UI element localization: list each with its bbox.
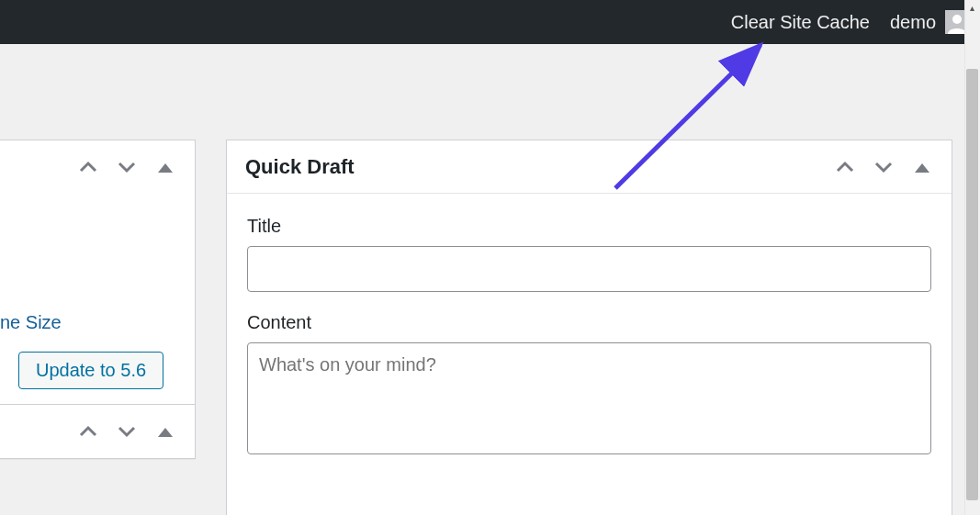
content-label: Content (247, 312, 931, 333)
toggle-panel-icon[interactable] (154, 156, 176, 178)
panel-title: Quick Draft (245, 155, 355, 179)
move-down-icon[interactable] (116, 156, 138, 178)
left-widget-body: ne Size Update to 5.6 (0, 193, 196, 409)
move-up-icon[interactable] (834, 156, 856, 178)
left-widget-header-1 (0, 140, 196, 195)
title-label: Title (247, 216, 931, 237)
scroll-thumb[interactable] (966, 69, 978, 500)
username-label: demo (890, 12, 936, 33)
toggle-panel-icon[interactable] (911, 156, 933, 178)
move-down-icon[interactable] (873, 156, 895, 178)
move-down-icon[interactable] (116, 420, 138, 442)
toggle-panel-icon[interactable] (154, 420, 176, 442)
svg-point-1 (952, 15, 962, 24)
content-textarea[interactable] (247, 342, 931, 454)
left-widget-header-2 (0, 404, 196, 459)
clear-cache-link[interactable]: Clear Site Cache (731, 12, 870, 33)
scroll-up-icon[interactable]: ▴ (964, 0, 980, 16)
quick-draft-panel: Quick Draft Title Content (226, 140, 952, 515)
move-up-icon[interactable] (77, 420, 99, 442)
update-button[interactable]: Update to 5.6 (18, 352, 163, 389)
cache-size-link-fragment[interactable]: ne Size (0, 193, 176, 352)
vertical-scrollbar[interactable]: ▴ (964, 0, 980, 515)
move-up-icon[interactable] (77, 156, 99, 178)
admin-bar: Clear Site Cache demo (0, 0, 980, 44)
title-input[interactable] (247, 246, 931, 292)
user-menu[interactable]: demo (890, 10, 969, 34)
